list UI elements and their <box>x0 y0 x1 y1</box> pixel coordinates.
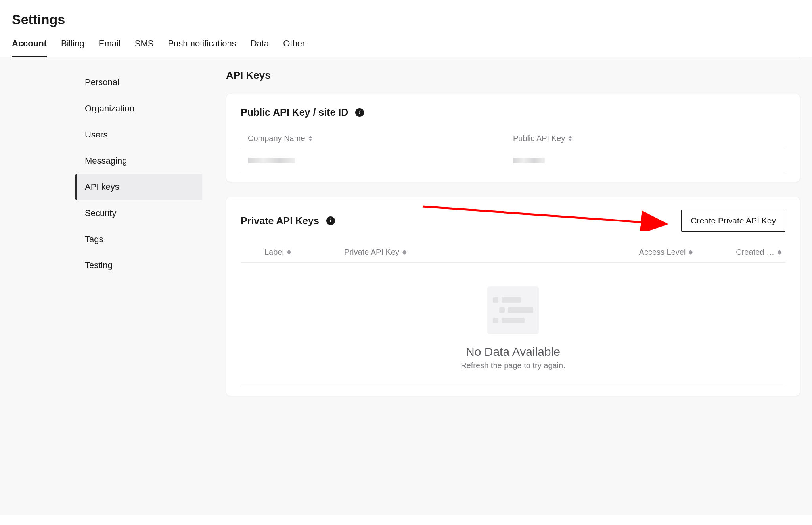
card-title-wrap: Public API Key / site ID i <box>241 107 364 118</box>
tab-email[interactable]: Email <box>99 38 121 57</box>
tab-row: AccountBillingEmailSMSPush notifications… <box>12 38 800 57</box>
svg-marker-6 <box>287 250 291 252</box>
svg-marker-12 <box>778 250 781 252</box>
card-header: Public API Key / site ID i <box>241 107 785 118</box>
empty-subtitle: Refresh the page to try again. <box>461 361 565 370</box>
sidebar-item-messaging[interactable]: Messaging <box>75 148 202 174</box>
column-label: Public API Key <box>513 134 565 143</box>
sidebar-item-security[interactable]: Security <box>75 200 202 226</box>
svg-marker-7 <box>287 252 291 255</box>
table-head: Label Private API Key <box>241 248 785 263</box>
column-label[interactable]: Label <box>241 248 344 257</box>
main-title: API Keys <box>226 69 800 82</box>
column-label: Company Name <box>248 134 305 143</box>
private-api-keys-card: Private API Keys i Create Private API Ke… <box>226 197 800 396</box>
table-row <box>241 149 785 172</box>
sort-icon <box>287 250 291 255</box>
sort-icon <box>568 136 572 141</box>
table-head: Company Name Public API Key <box>241 134 785 149</box>
column-access-level[interactable]: Access Level <box>573 248 693 257</box>
empty-illustration-icon <box>487 286 539 334</box>
column-text: Created … <box>736 248 774 257</box>
column-text: Access Level <box>639 248 686 257</box>
tab-push-notifications[interactable]: Push notifications <box>168 38 236 57</box>
column-company-name[interactable]: Company Name <box>241 134 513 143</box>
card-header: Private API Keys i Create Private API Ke… <box>241 210 785 232</box>
column-text: Label <box>264 248 284 257</box>
sort-icon <box>778 250 781 255</box>
private-key-table: Label Private API Key <box>241 248 785 386</box>
tab-sms[interactable]: SMS <box>135 38 154 57</box>
svg-marker-1 <box>308 139 312 141</box>
card-title-wrap: Private API Keys i <box>241 215 335 227</box>
cell-public-key <box>513 158 785 163</box>
sidebar-item-api-keys[interactable]: API keys <box>75 174 202 200</box>
public-card-title: Public API Key / site ID <box>241 107 348 118</box>
sort-icon <box>308 136 312 141</box>
tab-billing[interactable]: Billing <box>61 38 84 57</box>
svg-marker-11 <box>689 252 693 255</box>
info-icon[interactable]: i <box>355 108 364 117</box>
svg-marker-13 <box>778 252 781 255</box>
empty-state: No Data Available Refresh the page to tr… <box>241 263 785 386</box>
svg-marker-10 <box>689 250 693 252</box>
column-private-api-key[interactable]: Private API Key <box>344 248 573 257</box>
settings-sidebar: PersonalOrganizationUsersMessagingAPI ke… <box>75 69 202 499</box>
svg-marker-2 <box>568 136 572 138</box>
cell-company-name <box>241 158 513 163</box>
column-text: Private API Key <box>344 248 399 257</box>
redacted-value <box>513 158 545 163</box>
sidebar-item-personal[interactable]: Personal <box>75 69 202 95</box>
column-created[interactable]: Created … <box>693 248 785 257</box>
column-public-api-key[interactable]: Public API Key <box>513 134 785 143</box>
redacted-value <box>248 158 295 163</box>
svg-marker-3 <box>568 139 572 141</box>
svg-marker-0 <box>308 136 312 138</box>
page-title: Settings <box>12 12 800 27</box>
sidebar-item-tags[interactable]: Tags <box>75 226 202 252</box>
sort-icon <box>689 250 693 255</box>
tab-account[interactable]: Account <box>12 38 47 57</box>
svg-marker-8 <box>402 250 406 252</box>
public-key-table: Company Name Public API Key <box>241 134 785 172</box>
content-area: PersonalOrganizationUsersMessagingAPI ke… <box>0 57 812 515</box>
empty-title: No Data Available <box>466 345 560 359</box>
page-header: Settings AccountBillingEmailSMSPush noti… <box>0 0 812 57</box>
sidebar-item-users[interactable]: Users <box>75 122 202 148</box>
tab-data[interactable]: Data <box>251 38 269 57</box>
sidebar-item-testing[interactable]: Testing <box>75 252 202 279</box>
create-private-api-key-button[interactable]: Create Private API Key <box>681 210 785 232</box>
sort-icon <box>402 250 406 255</box>
sidebar-item-organization[interactable]: Organization <box>75 95 202 122</box>
public-api-key-card: Public API Key / site ID i Company Name … <box>226 94 800 182</box>
tab-other[interactable]: Other <box>283 38 305 57</box>
private-card-title: Private API Keys <box>241 215 319 227</box>
svg-marker-9 <box>402 252 406 255</box>
main-panel: API Keys Public API Key / site ID i Comp… <box>202 69 800 499</box>
info-icon[interactable]: i <box>326 216 335 225</box>
